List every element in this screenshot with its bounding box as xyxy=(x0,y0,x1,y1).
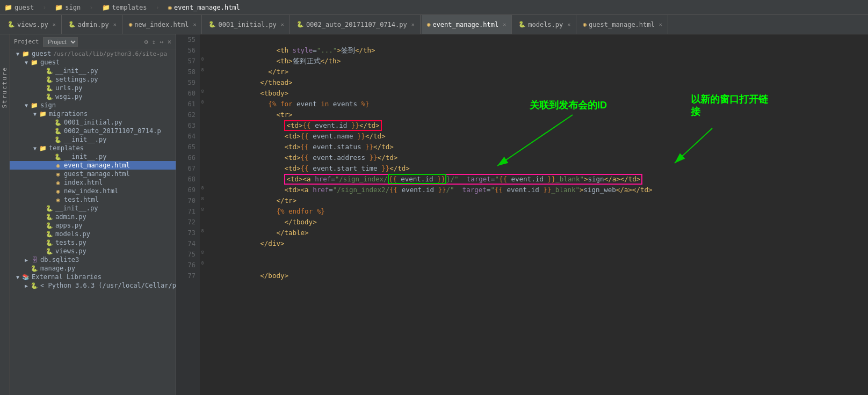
main-layout: Structure Project Project ⚙ ↕ ↔ × ▼ 📁 gu… xyxy=(0,34,868,395)
code-view: 55 56 57 58 59 60 61 62 63 64 65 66 67 6… xyxy=(176,34,868,395)
sidebar-item-admin-py[interactable]: 🐍 admin.py xyxy=(10,213,176,221)
html-icon: ◉ xyxy=(54,179,62,186)
sidebar-item-wsgi-py[interactable]: 🐍 wsgi.py xyxy=(10,92,176,101)
py-icon: 🐍 xyxy=(45,213,54,221)
py-icon: 🐍 xyxy=(54,136,62,143)
sidebar-item-apps-py[interactable]: 🐍 apps.py xyxy=(10,221,176,230)
code-line-75 xyxy=(212,249,864,260)
folder-icon: 📁 xyxy=(39,110,47,118)
sidebar-item-0002[interactable]: 🐍 0002_auto_20171107_0714.p xyxy=(10,127,176,135)
sidebar-item-new-index[interactable]: ◉ new_index.html xyxy=(10,187,176,195)
title-templates[interactable]: 📁 templates xyxy=(102,4,147,11)
editor-area: 55 56 57 58 59 60 61 62 63 64 65 66 67 6… xyxy=(176,34,868,395)
sidebar-item-0001[interactable]: 🐍 0001_initial.py xyxy=(10,118,176,127)
folder-icon: 📁 xyxy=(39,144,47,152)
py-icon: 🐍 xyxy=(45,76,54,83)
sidebar-item-init-py[interactable]: 🐍 __init__.py xyxy=(10,67,176,75)
close-0002-auto[interactable]: ✕ xyxy=(411,21,415,27)
py-icon: 🐍 xyxy=(45,93,54,100)
sidebar-item-tests-py[interactable]: 🐍 tests.py xyxy=(10,238,176,247)
sidebar-item-ext-libs[interactable]: ▼ 📚 External Libraries xyxy=(10,273,176,281)
sidebar-item-templates[interactable]: ▼ 📁 templates xyxy=(10,144,176,152)
tab-0001-initial[interactable]: 🐍 0001_initial.py ✕ xyxy=(203,15,290,34)
sidebar-item-guest-manage[interactable]: ◉ guest_manage.html xyxy=(10,170,176,178)
code-line-73: </div> xyxy=(212,228,864,238)
close-views-py[interactable]: ✕ xyxy=(53,21,56,27)
title-sign[interactable]: 📁 sign xyxy=(55,4,81,11)
project-selector[interactable]: Project xyxy=(43,37,78,47)
folder-icon: 📁 xyxy=(30,101,39,109)
py-icon: 🐍 xyxy=(45,222,54,229)
html-icon: ◉ xyxy=(54,196,62,203)
code-line-55: <th style="...">签到</th> xyxy=(212,34,864,45)
py-icon: 🐍 xyxy=(30,282,39,289)
py-icon: 🐍 xyxy=(30,265,39,272)
tab-models-py[interactable]: 🐍 models.py ✕ xyxy=(513,15,576,34)
close-event-manage[interactable]: ✕ xyxy=(503,21,506,27)
code-gutter: ⊙ ⊙ ⊙ ⊙ ⊙ ⊙ ⊙ ⊙ ⊙ ⊙ xyxy=(200,34,207,395)
code-line-67: <td><a href="/sign_index/{{ event.id }}}… xyxy=(212,163,864,174)
code-line-58: </thead> xyxy=(212,67,864,77)
close-guest-manage[interactable]: ✕ xyxy=(659,21,662,27)
close-0001-initial[interactable]: ✕ xyxy=(281,21,284,27)
py-icon: 🐍 xyxy=(45,67,54,75)
py-icon: 🐍 xyxy=(45,204,54,212)
close-admin-py[interactable]: ✕ xyxy=(113,21,117,27)
sidebar-item-db-sqlite3[interactable]: ▶ 🗄 db.sqlite3 xyxy=(10,255,176,264)
project-sidebar: Project Project ⚙ ↕ ↔ × ▼ 📁 guest /usr/l… xyxy=(10,34,176,395)
sidebar-item-sign-init2[interactable]: 🐍 __init__.py xyxy=(10,204,176,213)
file-tree: ▼ 📁 guest /usr/local/lib/python3.6/site-… xyxy=(10,49,176,290)
sidebar-item-python363[interactable]: ▶ 🐍 < Python 3.6.3 (/usr/local/Cellar/py xyxy=(10,281,176,290)
db-icon: 🗄 xyxy=(30,256,39,264)
sidebar-item-guest-sub[interactable]: ▼ 📁 guest xyxy=(10,58,176,67)
sidebar-item-views-py[interactable]: 🐍 views.py xyxy=(10,247,176,255)
code-line-77: </html> xyxy=(212,270,864,281)
py-icon: 🐍 xyxy=(45,84,54,92)
sidebar-item-templates-init[interactable]: 🐍 __init__.py xyxy=(10,152,176,161)
sidebar-item-guest-root[interactable]: ▼ 📁 guest /usr/local/lib/python3.6/site-… xyxy=(10,49,176,58)
py-icon: 🐍 xyxy=(45,230,54,238)
tab-admin-py[interactable]: 🐍 admin.py ✕ xyxy=(63,15,122,34)
html-icon: ◉ xyxy=(54,170,62,178)
py-icon: 🐍 xyxy=(45,247,54,255)
sidebar-item-event-manage[interactable]: ◉ event_manage.html xyxy=(10,161,176,170)
code-line-59: <tbody> xyxy=(212,77,864,88)
code-line-62: <td>{{ event.id }}</td> xyxy=(212,109,864,120)
py-icon: 🐍 xyxy=(45,239,54,246)
sidebar-item-settings-py[interactable]: 🐍 settings.py xyxy=(10,75,176,84)
code-line-60: {% for event in events %} xyxy=(212,88,864,99)
tab-new-index[interactable]: ◉ new_index.html ✕ xyxy=(124,15,202,34)
lib-icon: 📚 xyxy=(21,273,30,281)
title-bar: 📁 guest › 📁 sign › 📁 templates › ◉ event… xyxy=(0,0,868,15)
py-icon: 🐍 xyxy=(54,153,62,160)
code-line-76: </body> xyxy=(212,260,864,270)
title-file[interactable]: ◉ event_manage.html xyxy=(168,4,240,11)
py-icon: 🐍 xyxy=(54,127,62,135)
py-icon: 🐍 xyxy=(54,119,62,126)
sidebar-item-models-py[interactable]: 🐍 models.py xyxy=(10,230,176,238)
sidebar-item-migrations[interactable]: ▼ 📁 migrations xyxy=(10,109,176,118)
tab-0002-auto[interactable]: 🐍 0002_auto_20171107_0714.py ✕ xyxy=(291,15,421,34)
sidebar-item-sign[interactable]: ▼ 📁 sign xyxy=(10,101,176,109)
editor-tabs: 🐍 views.py ✕ 🐍 admin.py ✕ ◉ new_index.ht… xyxy=(0,15,868,34)
structure-panel[interactable]: Structure xyxy=(0,34,10,395)
tab-guest-manage[interactable]: ◉ guest_manage.html ✕ xyxy=(577,15,668,34)
sidebar-item-manage-py[interactable]: 🐍 manage.py xyxy=(10,264,176,273)
close-models-py[interactable]: ✕ xyxy=(567,21,570,27)
close-new-index[interactable]: ✕ xyxy=(193,21,196,27)
tab-event-manage[interactable]: ◉ event_manage.html ✕ xyxy=(422,15,512,34)
sidebar-item-sign-init[interactable]: 🐍 __init__.py xyxy=(10,135,176,144)
html-icon: ◉ xyxy=(54,162,62,169)
sidebar-item-test[interactable]: ◉ test.html xyxy=(10,195,176,204)
code-line-74 xyxy=(212,238,864,249)
sidebar-item-urls-py[interactable]: 🐍 urls.py xyxy=(10,84,176,92)
tab-views-py[interactable]: 🐍 views.py ✕ xyxy=(2,15,62,34)
code-line-70: {% endfor %} xyxy=(212,195,864,206)
line-numbers: 55 56 57 58 59 60 61 62 63 64 65 66 67 6… xyxy=(176,34,200,395)
folder-icon: 📁 xyxy=(21,50,30,57)
title-guest[interactable]: 📁 guest xyxy=(4,4,34,11)
project-label: Project xyxy=(14,38,39,45)
sidebar-item-index[interactable]: ◉ index.html xyxy=(10,178,176,187)
code-editor[interactable]: <th style="...">签到</th> <th>签到正式</th> </… xyxy=(207,34,868,395)
sidebar-header: Project Project ⚙ ↕ ↔ × xyxy=(10,34,176,49)
